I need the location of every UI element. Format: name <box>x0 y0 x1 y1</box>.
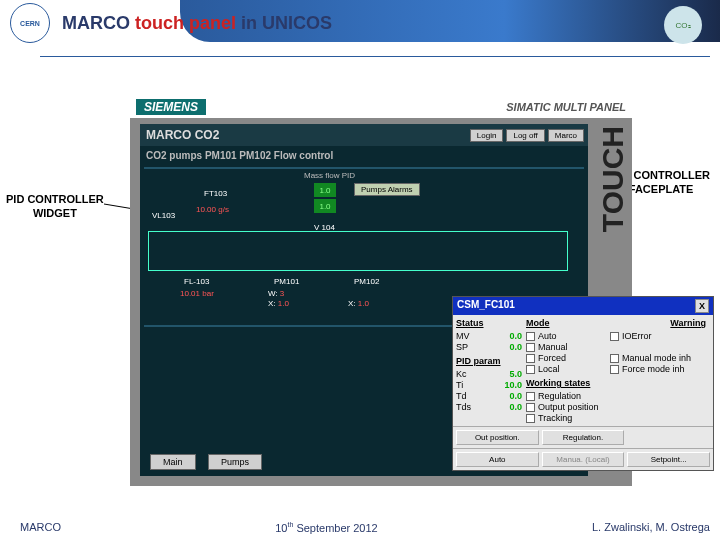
ioerror-label: IOError <box>622 331 652 341</box>
forced-checkbox[interactable] <box>526 354 535 363</box>
faceplate-title: CSM_FC101 <box>457 299 515 313</box>
ti-value: 10.0 <box>496 380 522 390</box>
tag-vl103: VL103 <box>152 211 175 220</box>
value-pm101-w: W: 3 <box>268 289 284 298</box>
fman-checkbox[interactable] <box>610 365 619 374</box>
pid-faceplate: CSM_FC101 X Status MV0.0 SP0.0 PID param… <box>452 296 714 471</box>
auto-button[interactable]: Auto <box>456 452 539 467</box>
regulation-button[interactable]: Regulation. <box>542 430 625 445</box>
login-button[interactable]: Login <box>470 129 504 142</box>
sp-value: 0.0 <box>496 342 522 352</box>
regulation-checkbox[interactable] <box>526 392 535 401</box>
slide-footer: MARCO 10th September 2012 L. Zwalinski, … <box>20 521 710 534</box>
td-value: 0.0 <box>496 391 522 401</box>
tag-ft103: FT103 <box>204 189 227 198</box>
warning-header: Warning <box>610 318 706 328</box>
model-label: SIMATIC MULTI PANEL <box>506 101 626 113</box>
faceplate-titlebar[interactable]: CSM_FC101 X <box>453 297 713 315</box>
working-header: Working states <box>526 378 606 388</box>
pid-widget-1[interactable]: 1.0 <box>314 183 336 197</box>
mman-checkbox[interactable] <box>610 354 619 363</box>
value-ft103: 10.00 g/s <box>196 205 229 214</box>
kc-label: Kc <box>456 369 467 379</box>
tds-label: Tds <box>456 402 471 412</box>
tag-fl103: FL-103 <box>184 277 209 286</box>
pid-header: PID param <box>456 356 522 366</box>
status-header: Status <box>456 318 522 328</box>
annotation-widget-l2: WIDGET <box>6 206 104 220</box>
tds-value: 0.0 <box>496 402 522 412</box>
footer-date: 10th September 2012 <box>275 521 377 534</box>
outposition-button[interactable]: Out position. <box>456 430 539 445</box>
tracking-checkbox[interactable] <box>526 414 535 423</box>
manual-label: Manual <box>538 342 568 352</box>
auto-label: Auto <box>538 331 557 341</box>
kc-value: 5.0 <box>496 369 522 379</box>
mode-header: Mode <box>526 318 606 328</box>
footer-left: MARCO <box>20 521 61 534</box>
tag-pm102: PM102 <box>354 277 379 286</box>
app-title: MARCO CO2 <box>146 128 219 142</box>
main-nav-button[interactable]: Main <box>150 454 196 470</box>
vendor-badge: SIEMENS <box>136 99 206 115</box>
value-fl103: 10.01 bar <box>180 289 214 298</box>
mv-value: 0.0 <box>496 331 522 341</box>
close-button[interactable]: X <box>695 299 709 313</box>
pid-label: Mass flow PID <box>304 171 355 180</box>
annotation-widget: PID CONTROLLER WIDGET <box>6 192 104 221</box>
page-title: MARCO touch panel in UNICOS <box>62 13 332 34</box>
auto-checkbox[interactable] <box>526 332 535 341</box>
cern-logo: CERN <box>10 3 50 43</box>
tracking-label: Tracking <box>538 413 572 423</box>
forced-label: Forced <box>538 353 566 363</box>
touch-label: TOUCH <box>596 126 630 232</box>
logoff-button[interactable]: Log off <box>506 129 544 142</box>
manual-local-button[interactable]: Manua. (Local) <box>542 452 625 467</box>
mman-label: Manual mode inh <box>622 353 691 363</box>
manual-checkbox[interactable] <box>526 343 535 352</box>
title-red: touch panel <box>135 13 241 33</box>
local-label: Local <box>538 364 560 374</box>
ti-label: Ti <box>456 380 463 390</box>
user-badge: Marco <box>548 129 584 142</box>
value-pm101-x: X: 1.0 <box>268 299 289 308</box>
screen-subtitle: CO2 pumps PM101 PM102 Flow control <box>146 150 588 161</box>
ioerror-checkbox[interactable] <box>610 332 619 341</box>
pumps-alarms-button[interactable]: Pumps Alarms <box>354 183 420 196</box>
value-pm102-x: X: 1.0 <box>348 299 369 308</box>
tag-pm101: PM101 <box>274 277 299 286</box>
co2-logo: CO₂ <box>664 6 702 44</box>
outpos-label: Output position <box>538 402 599 412</box>
local-checkbox[interactable] <box>526 365 535 374</box>
title-post: in UNICOS <box>241 13 332 33</box>
panel-bezel: SIEMENS SIMATIC MULTI PANEL <box>130 96 632 118</box>
td-label: Td <box>456 391 467 401</box>
footer-authors: L. Zwalinski, M. Ostrega <box>592 521 710 534</box>
pid-widget-2[interactable]: 1.0 <box>314 199 336 213</box>
pumps-nav-button[interactable]: Pumps <box>208 454 262 470</box>
mv-label: MV <box>456 331 470 341</box>
setpoint-button[interactable]: Setpoint... <box>627 452 710 467</box>
regulation-label: Regulation <box>538 391 581 401</box>
sp-label: SP <box>456 342 468 352</box>
header-rule <box>40 56 710 57</box>
title-pre: MARCO <box>62 13 135 33</box>
slide-header: CERN MARCO touch panel in UNICOS <box>0 0 720 46</box>
outpos-checkbox[interactable] <box>526 403 535 412</box>
hmi-topbar: MARCO CO2 Login Log off Marco <box>140 124 588 146</box>
annotation-widget-l1: PID CONTROLLER <box>6 192 104 206</box>
pipe-box <box>148 231 568 271</box>
fman-label: Force mode inh <box>622 364 685 374</box>
